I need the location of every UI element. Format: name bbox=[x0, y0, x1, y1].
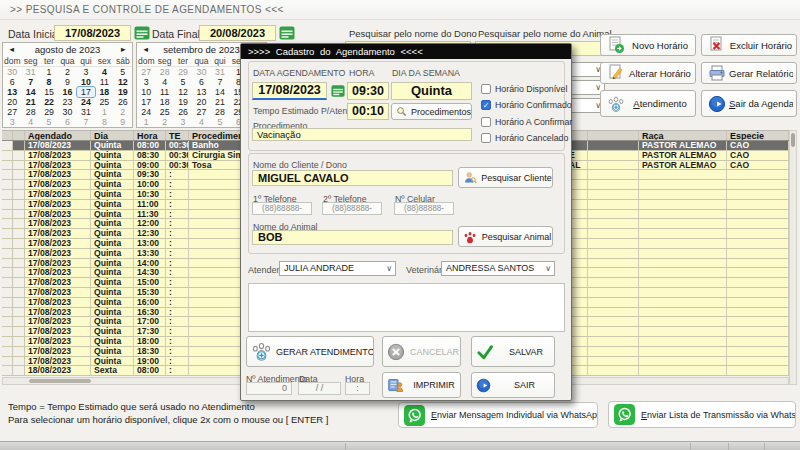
scrollbar-thumb[interactable] bbox=[791, 133, 795, 147]
pesquisar-cliente-button[interactable]: Pesquisar Cliente bbox=[458, 167, 553, 188]
calendar-day[interactable]: 8 bbox=[95, 117, 113, 127]
tempo-estimado-input[interactable]: 00:10 bbox=[347, 103, 389, 120]
calendar-day[interactable]: 30 bbox=[192, 67, 210, 77]
calendar-day[interactable]: 16 bbox=[58, 87, 76, 97]
calendar-day[interactable]: 17 bbox=[137, 97, 155, 107]
calendar-day[interactable]: 26 bbox=[114, 97, 132, 107]
column-header[interactable] bbox=[588, 131, 639, 140]
calendar-day[interactable]: 26 bbox=[174, 107, 192, 117]
column-header[interactable]: TE bbox=[166, 131, 189, 140]
veterinario-select[interactable]: ANDRESSA SANTOS ∨ bbox=[441, 261, 555, 276]
sair-agenda-button[interactable]: Sair da Agenda bbox=[701, 90, 797, 117]
calendar-day[interactable]: 13 bbox=[192, 87, 210, 97]
calendar-day[interactable]: 28 bbox=[155, 67, 173, 77]
column-header[interactable]: Especie bbox=[727, 131, 789, 140]
calendar-day[interactable]: 18 bbox=[95, 87, 113, 97]
calendar-day[interactable]: 1 bbox=[137, 117, 155, 127]
calendar-prev-icon[interactable]: ◄ bbox=[8, 44, 15, 55]
telefone2-input[interactable]: (88)88888-8888 bbox=[322, 202, 382, 215]
calendar-day[interactable]: 2 bbox=[155, 117, 173, 127]
procedimentos-button[interactable]: Procedimentos bbox=[391, 103, 472, 120]
calendar-next-icon[interactable]: ► bbox=[120, 44, 127, 55]
calendar-icon[interactable] bbox=[279, 25, 295, 41]
calendar-icon[interactable] bbox=[134, 25, 150, 41]
calendar-day[interactable]: 21 bbox=[21, 97, 39, 107]
calendar-day[interactable]: 10 bbox=[137, 87, 155, 97]
calendar-day[interactable]: 2 bbox=[58, 67, 76, 77]
status-checkbox-1[interactable]: Horário Disponível bbox=[481, 83, 572, 94]
column-header[interactable]: Dia bbox=[91, 131, 134, 140]
calendar-day[interactable]: 8 bbox=[40, 77, 58, 87]
checkbox-box[interactable] bbox=[481, 133, 491, 143]
dialog-titlebar[interactable]: >>>> Cadastro do Agendamento <<<< bbox=[241, 44, 571, 59]
data-inicial-input[interactable]: 17/08/2023 bbox=[54, 25, 131, 41]
hora-input[interactable]: 09:30 bbox=[347, 82, 389, 100]
calendar-day[interactable]: 6 bbox=[58, 117, 76, 127]
whatsapp-broadcast-button[interactable]: Enviar Lista de Transmissão via WhatsApp bbox=[608, 401, 796, 428]
calendar-day[interactable]: 1 bbox=[95, 107, 113, 117]
calendar-day[interactable]: 19 bbox=[174, 97, 192, 107]
column-header[interactable] bbox=[2, 131, 13, 140]
calendar-prev-icon[interactable]: ◄ bbox=[142, 44, 149, 55]
data-final-input[interactable]: 20/08/2023 bbox=[199, 25, 276, 41]
calendar-day[interactable]: 20 bbox=[192, 97, 210, 107]
calendar-day[interactable]: 7 bbox=[211, 77, 229, 87]
observacoes-textarea[interactable] bbox=[248, 283, 565, 332]
status-checkbox-2[interactable]: ✓Horário Confirmado bbox=[481, 100, 572, 111]
calendar-day[interactable]: 10 bbox=[77, 77, 95, 87]
calendar-day[interactable]: 7 bbox=[21, 77, 39, 87]
novo-horario-button[interactable]: Novo Horário bbox=[600, 34, 696, 56]
calendar-day[interactable]: 25 bbox=[155, 107, 173, 117]
nome-animal-input[interactable]: BOB bbox=[252, 230, 453, 245]
calendar-day[interactable]: 3 bbox=[77, 67, 95, 77]
calendar-day[interactable]: 1 bbox=[40, 67, 58, 77]
calendar-day[interactable]: 31 bbox=[21, 67, 39, 77]
column-header[interactable]: Raça bbox=[639, 131, 727, 140]
calendar-day[interactable]: 6 bbox=[192, 77, 210, 87]
calendar-day[interactable]: 30 bbox=[3, 67, 21, 77]
celular-input[interactable]: (88)88888-8889 bbox=[394, 202, 454, 215]
column-header[interactable]: Hora bbox=[134, 131, 166, 140]
calendar-day[interactable]: 17 bbox=[77, 87, 95, 97]
calendar-day[interactable]: 4 bbox=[155, 77, 173, 87]
imprimir-button[interactable]: IMPRIMIR bbox=[382, 372, 461, 398]
pesquisar-animal-button[interactable]: Pesquisar Animal bbox=[458, 226, 553, 247]
calendar-day[interactable]: 28 bbox=[211, 107, 229, 117]
column-header[interactable] bbox=[13, 131, 25, 140]
excluir-horario-button[interactable]: Excluir Horário bbox=[701, 34, 797, 56]
calendar-day[interactable]: 14 bbox=[21, 87, 39, 97]
scrollbar-thumb[interactable] bbox=[29, 379, 91, 383]
calendar-day[interactable]: 3 bbox=[3, 117, 21, 127]
calendar-day[interactable]: 19 bbox=[114, 87, 132, 97]
calendar-day[interactable]: 5 bbox=[211, 117, 229, 127]
calendar-day[interactable]: 15 bbox=[40, 87, 58, 97]
calendar-day[interactable]: 9 bbox=[58, 77, 76, 87]
status-checkbox-3[interactable]: Horário A Confirmar bbox=[481, 116, 572, 127]
cancelar-button[interactable]: CANCELAR bbox=[382, 336, 461, 367]
calendar-day[interactable]: 5 bbox=[40, 117, 58, 127]
calendar-day[interactable]: 22 bbox=[40, 97, 58, 107]
calendar-day[interactable]: 7 bbox=[77, 117, 95, 127]
calendar-day[interactable]: 20 bbox=[3, 97, 21, 107]
gerar-relatorio-button[interactable]: Gerar Relatório bbox=[701, 62, 797, 84]
checkbox-box[interactable] bbox=[481, 84, 491, 94]
atendimento-button[interactable]: Atendimento bbox=[600, 90, 696, 117]
sair-button[interactable]: SAIR bbox=[471, 372, 555, 398]
atendente-select[interactable]: JULIA ANDRADE ∨ bbox=[279, 261, 396, 276]
calendar-day[interactable]: 24 bbox=[137, 107, 155, 117]
calendar-day[interactable]: 3 bbox=[174, 117, 192, 127]
calendar-day[interactable]: 4 bbox=[192, 117, 210, 127]
calendar-day[interactable]: 2 bbox=[114, 107, 132, 117]
calendar-day[interactable]: 4 bbox=[95, 67, 113, 77]
calendar-day[interactable]: 18 bbox=[155, 97, 173, 107]
calendar-day[interactable]: 28 bbox=[21, 107, 39, 117]
calendar-day[interactable]: 5 bbox=[114, 67, 132, 77]
calendar-day[interactable]: 11 bbox=[155, 87, 173, 97]
calendar-day[interactable]: 4 bbox=[21, 117, 39, 127]
column-header[interactable]: Agendado bbox=[25, 131, 91, 140]
calendar-day[interactable]: 12 bbox=[174, 87, 192, 97]
calendar-day[interactable]: 14 bbox=[211, 87, 229, 97]
calendar-day[interactable]: 27 bbox=[137, 67, 155, 77]
calendar-day[interactable]: 31 bbox=[211, 67, 229, 77]
whatsapp-individual-button[interactable]: Enviar Mensagem Individual via WhatsApp bbox=[398, 402, 598, 428]
